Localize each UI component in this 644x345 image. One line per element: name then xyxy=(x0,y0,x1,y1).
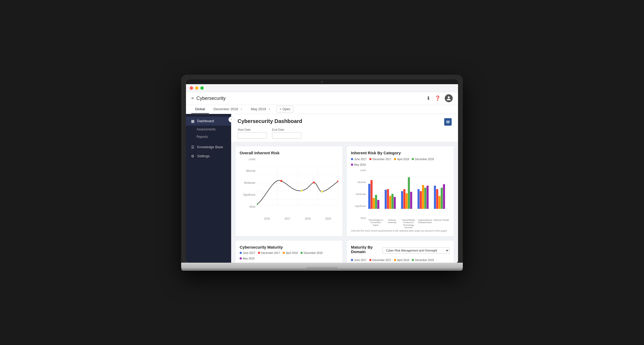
svg-point-14 xyxy=(313,181,315,184)
end-date-label: End Date xyxy=(272,128,301,131)
svg-rect-39 xyxy=(420,191,422,208)
cybersecurity-maturity-card: Cybersecurity Maturity June 2017 Decembe… xyxy=(235,241,342,263)
risk-y-axis: Most Significant Moderate Minimal Least xyxy=(240,158,257,208)
maturity-by-domain-card: Maturity By Domain Cyber Risk Management… xyxy=(347,241,454,263)
webcam-bar xyxy=(186,79,458,84)
svg-rect-42 xyxy=(426,185,429,208)
start-date-input[interactable] xyxy=(238,132,267,139)
sidebar-item-reports[interactable]: Reports xyxy=(186,133,231,140)
tab-may-2019[interactable]: May 2019 × xyxy=(247,105,274,114)
legend-dec-2017: December 2017 xyxy=(369,158,391,161)
cybersecurity-maturity-title: Cybersecurity Maturity xyxy=(240,245,338,249)
sidebar-collapse-button[interactable]: ‹ xyxy=(228,117,234,122)
domain-select[interactable]: Cyber Risk Management and Oversight Thre… xyxy=(383,247,450,254)
maturity-legend-april-2018: April 2018 xyxy=(283,252,298,254)
laptop-base xyxy=(181,263,463,269)
domain-legend-april-2018: April 2018 xyxy=(394,259,409,262)
maturity-legend-dec-2017: December 2017 xyxy=(258,252,280,254)
svg-rect-28 xyxy=(385,190,387,209)
svg-rect-37 xyxy=(410,192,412,209)
svg-rect-36 xyxy=(408,177,410,209)
svg-rect-40 xyxy=(422,185,424,209)
plus-icon: + xyxy=(279,107,281,111)
svg-rect-46 xyxy=(441,188,443,209)
maturity-legend: June 2017 December 2017 April 2018 xyxy=(240,252,338,260)
knowledge-base-icon: ☰ xyxy=(190,145,195,149)
maximize-window-button[interactable] xyxy=(200,86,204,90)
close-window-button[interactable] xyxy=(190,86,193,90)
svg-rect-47 xyxy=(443,184,445,209)
maturity-domain-header: Maturity By Domain Cyber Risk Management… xyxy=(351,245,450,256)
domain-legend-dec-2017: December 2017 xyxy=(369,259,391,262)
bar-area: Technologies &ConnectionTypes DeliveryCh… xyxy=(367,169,450,227)
svg-point-13 xyxy=(300,189,303,191)
tabs-bar: Global December 2018 × May 2019 × + Open xyxy=(186,105,458,114)
svg-rect-29 xyxy=(387,189,389,209)
overall-risk-chart: Most Significant Moderate Minimal Least xyxy=(240,158,338,216)
download-icon[interactable]: ⬇ xyxy=(426,95,430,101)
topbar-left: ≡ Cybersecurity xyxy=(191,96,426,101)
svg-rect-44 xyxy=(436,189,438,209)
svg-rect-24 xyxy=(371,180,373,209)
word-export-button[interactable]: W xyxy=(444,118,452,126)
start-date-field: Start Date xyxy=(238,128,267,139)
svg-rect-26 xyxy=(375,195,377,209)
svg-rect-27 xyxy=(377,200,379,209)
legend-april-2018: April 2018 xyxy=(394,158,409,161)
category-bar-chart: Most Significant Moderate Minimal Least xyxy=(351,169,450,227)
legend-dec-2018: December 2018 xyxy=(412,158,434,161)
category-y-axis: Most Significant Moderate Minimal Least xyxy=(351,169,367,227)
end-date-input[interactable] xyxy=(272,132,301,139)
page-title: Cybersecurity xyxy=(196,96,226,101)
svg-rect-31 xyxy=(391,194,393,208)
overall-inherent-risk-card: Overall Inherent Risk Most Significant M… xyxy=(235,146,342,236)
tab-global[interactable]: Global xyxy=(191,105,209,114)
domain-legend-june-2017: June 2017 xyxy=(351,259,367,262)
open-tab-button[interactable]: + Open xyxy=(277,106,293,113)
svg-rect-38 xyxy=(417,189,420,209)
svg-rect-35 xyxy=(406,193,408,209)
risk-x-axis: 2016 2017 2018 2019 xyxy=(240,217,338,220)
svg-rect-43 xyxy=(434,185,436,208)
help-icon[interactable]: ❓ xyxy=(435,95,440,101)
svg-rect-32 xyxy=(394,197,396,209)
minimize-window-button[interactable] xyxy=(195,86,198,90)
main-layout: ‹ ▦ Dashboard Assessments Reports ☰ Know… xyxy=(186,114,458,263)
sidebar-item-knowledge-base[interactable]: ☰ Knowledge Base xyxy=(186,143,231,152)
tab-may-2019-close[interactable]: × xyxy=(269,108,270,111)
domain-legend-dec-2018: December 2018 xyxy=(412,259,434,262)
svg-rect-45 xyxy=(438,196,440,209)
user-avatar[interactable] xyxy=(445,94,453,102)
domain-legend: June 2017 December 2017 April 2018 xyxy=(351,259,450,263)
sidebar-item-dashboard[interactable]: ▦ Dashboard xyxy=(186,117,231,126)
charts-grid: Overall Inherent Risk Most Significant M… xyxy=(231,142,458,241)
svg-point-12 xyxy=(280,180,282,182)
maturity-legend-may-2019: May 2019 xyxy=(240,257,255,260)
svg-rect-30 xyxy=(389,196,391,209)
webcam-dot xyxy=(321,81,323,83)
category-legend: June 2017 December 2017 April 2018 xyxy=(351,158,450,166)
inherent-risk-category-title: Inherent Risk By Category xyxy=(351,151,450,155)
topbar-right: ⬇ ❓ xyxy=(426,94,453,102)
sidebar-item-settings[interactable]: ⚙ Settings xyxy=(186,152,231,161)
svg-rect-34 xyxy=(403,189,405,209)
traffic-lights xyxy=(186,84,458,92)
category-x-axis: Technologies &ConnectionTypes DeliveryCh… xyxy=(367,219,450,228)
inherent-risk-category-card: Inherent Risk By Category June 2017 Dece… xyxy=(347,146,454,236)
settings-icon: ⚙ xyxy=(190,154,195,158)
tab-december-2018[interactable]: December 2018 × xyxy=(210,105,246,114)
sidebar-item-assessments[interactable]: Assessments xyxy=(186,126,231,133)
dashboard-icon: ▦ xyxy=(190,119,195,123)
dashboard-title: Cybersecurity Dashboard xyxy=(238,118,302,124)
svg-rect-23 xyxy=(368,184,370,209)
svg-rect-25 xyxy=(373,198,375,209)
dashboard-header: Cybersecurity Dashboard Start Date End D… xyxy=(231,114,458,142)
bottom-charts: Cybersecurity Maturity June 2017 Decembe… xyxy=(231,241,458,263)
sidebar: ‹ ▦ Dashboard Assessments Reports ☰ Know… xyxy=(186,114,231,263)
start-date-label: Start Date xyxy=(238,128,267,131)
menu-icon[interactable]: ≡ xyxy=(191,96,194,101)
date-filters: Start Date End Date xyxy=(238,128,302,139)
topbar: ≡ Cybersecurity ⬇ ❓ xyxy=(186,92,458,105)
end-date-field: End Date xyxy=(272,128,301,139)
tab-december-2018-close[interactable]: × xyxy=(241,108,242,111)
